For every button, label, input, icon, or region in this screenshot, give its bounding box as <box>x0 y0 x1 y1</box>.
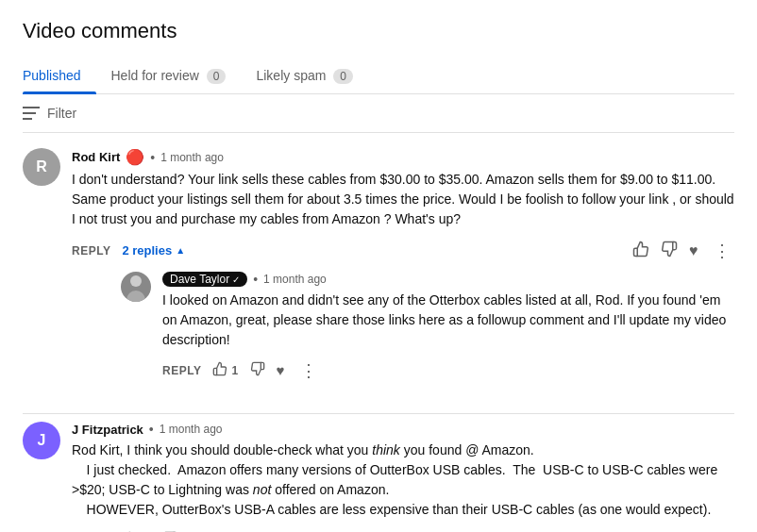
fitzpatrick-comment-actions: REPLY 1 ♥ <box>72 527 734 532</box>
reply-content-dave: Dave Taylor ✓ • 1 month ago I looked on … <box>162 272 734 383</box>
comment-thread-1: R Rod Kirt 🔴 • 1 month ago I don't under… <box>23 148 734 394</box>
thumb-down-icon <box>661 241 678 260</box>
thumb-up-icon <box>212 361 227 379</box>
fitzpatrick-heart-button[interactable]: ♥ <box>190 529 199 533</box>
section-divider <box>23 413 734 414</box>
dave-reply-actions: REPLY 1 <box>162 357 734 383</box>
tab-held-for-review[interactable]: Held for review 0 <box>96 58 242 93</box>
rod-badge-icon: 🔴 <box>126 148 144 166</box>
fitzpatrick-thumb-up-button[interactable]: 1 <box>122 527 149 532</box>
dave-reply-text: I looked on Amazon and didn't see any of… <box>162 291 734 350</box>
comments-section: R Rod Kirt 🔴 • 1 month ago I don't under… <box>23 133 734 532</box>
rod-comment-actions: REPLY 2 replies ▲ <box>72 237 734 264</box>
heart-icon: ♥ <box>689 242 698 259</box>
rod-reply-button[interactable]: REPLY <box>72 241 110 261</box>
replies-section-rod: Dave Taylor ✓ • 1 month ago I looked on … <box>121 272 734 383</box>
filter-icon <box>23 107 40 120</box>
thumb-down-icon <box>250 361 265 379</box>
filter-label: Filter <box>47 106 76 121</box>
dave-thumb-up-button[interactable]: 1 <box>212 357 238 383</box>
dave-timestamp: 1 month ago <box>263 273 327 286</box>
commenter-name-fitzpatrick: J Fitzpatrick <box>72 423 143 437</box>
dave-heart-button[interactable]: ♥ <box>277 358 285 382</box>
fitzpatrick-comment-text: Rod Kirt, I think you should double-chec… <box>72 441 734 520</box>
main-container: Video comments Published Held for review… <box>0 0 757 532</box>
chevron-up-icon: ▲ <box>176 245 185 256</box>
tab-published[interactable]: Published <box>23 58 96 93</box>
commenter-name-rod: Rod Kirt <box>72 150 120 164</box>
thumb-up-icon <box>632 241 649 260</box>
comment-header-rod: Rod Kirt 🔴 • 1 month ago <box>72 148 734 166</box>
reply-header-dave: Dave Taylor ✓ • 1 month ago <box>162 272 734 287</box>
avatar-rod: R <box>23 148 60 186</box>
more-icon: ⋮ <box>300 361 317 380</box>
dave-reply-button[interactable]: REPLY <box>162 360 201 381</box>
rod-replies-toggle[interactable]: 2 replies ▲ <box>122 240 185 261</box>
fitzpatrick-timestamp: 1 month ago <box>160 423 223 436</box>
rod-dot-sep: • <box>150 150 155 165</box>
svg-rect-2 <box>23 118 32 120</box>
comment-content-fitzpatrick: J Fitzpatrick • 1 month ago Rod Kirt, I … <box>72 422 734 532</box>
heart-icon: ♥ <box>277 362 285 378</box>
comment-row-rod: R Rod Kirt 🔴 • 1 month ago I don't under… <box>23 148 734 394</box>
dave-thumb-down-button[interactable] <box>250 357 265 383</box>
rod-more-button[interactable]: ⋮ <box>710 239 734 263</box>
rod-heart-button[interactable]: ♥ <box>689 239 698 263</box>
dave-channel-badge: Dave Taylor ✓ <box>162 272 247 287</box>
dave-verified-icon: ✓ <box>232 274 240 285</box>
rod-thumb-down-button[interactable] <box>661 237 678 264</box>
rod-thumb-up-button[interactable] <box>632 237 649 264</box>
likely-spam-badge: 0 <box>333 69 353 84</box>
svg-rect-0 <box>23 107 40 108</box>
avatar-fitzpatrick: J <box>23 422 60 459</box>
comment-row-fitzpatrick: J J Fitzpatrick • 1 month ago Rod Kirt, … <box>23 422 734 532</box>
dave-like-count: 1 <box>231 364 238 377</box>
comment-thread-2: J J Fitzpatrick • 1 month ago Rod Kirt, … <box>23 422 734 532</box>
tab-likely-spam[interactable]: Likely spam 0 <box>241 58 368 93</box>
rod-comment-text: I don't understand? Your link sells thes… <box>72 170 734 229</box>
page-title: Video comments <box>23 19 734 43</box>
reply-row-dave: Dave Taylor ✓ • 1 month ago I looked on … <box>121 272 734 383</box>
comment-header-fitzpatrick: J Fitzpatrick • 1 month ago <box>72 422 734 437</box>
tabs-bar: Published Held for review 0 Likely spam … <box>23 58 734 94</box>
held-for-review-badge: 0 <box>207 69 227 84</box>
fitzpatrick-thumb-down-button[interactable] <box>161 527 178 532</box>
filter-bar[interactable]: Filter <box>23 94 734 133</box>
more-icon: ⋮ <box>714 241 731 260</box>
dave-more-button[interactable]: ⋮ <box>296 358 321 383</box>
comment-content-rod: Rod Kirt 🔴 • 1 month ago I don't underst… <box>72 148 734 394</box>
fitzpatrick-more-button[interactable]: ⋮ <box>210 529 235 533</box>
svg-rect-1 <box>23 112 36 114</box>
avatar-dave <box>121 272 151 302</box>
rod-timestamp: 1 month ago <box>160 151 224 164</box>
